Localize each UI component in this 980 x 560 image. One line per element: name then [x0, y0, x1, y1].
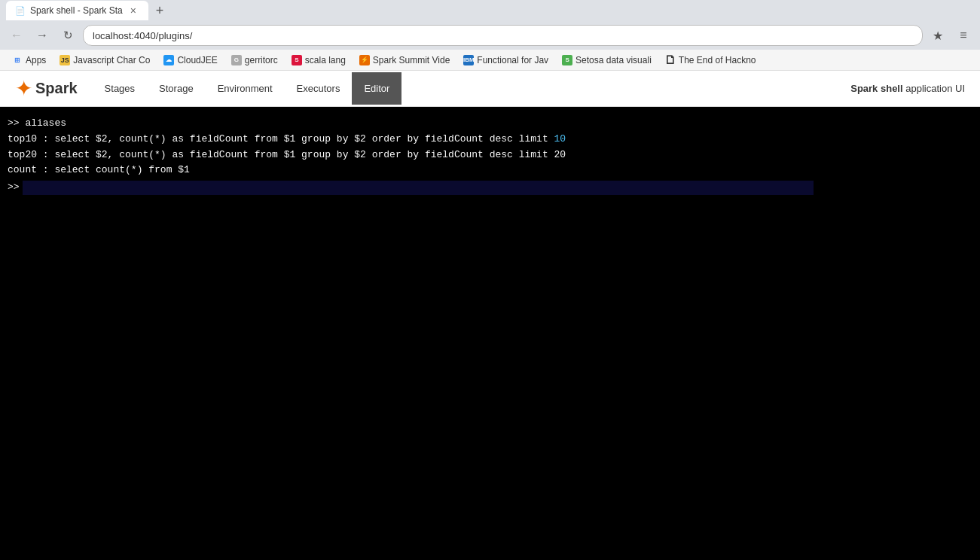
spark-nav: StagesStorageEnvironmentExecutorsEditor — [93, 72, 851, 105]
hackno-label: The End of Hackno — [679, 55, 756, 65]
bookmark-star-button[interactable]: ★ — [927, 25, 948, 46]
bookmark-scala[interactable]: Sscala lang — [285, 53, 352, 68]
scala-label: scala lang — [305, 55, 346, 65]
apps-label: Apps — [26, 55, 46, 65]
hackno-icon: 🗋 — [665, 55, 676, 65]
browser-menu-button[interactable]: ≡ — [953, 25, 974, 46]
terminal-prompt: >> — [8, 180, 20, 196]
spark-header: ✦ Spark StagesStorageEnvironmentExecutor… — [0, 71, 980, 107]
tab-favicon: 📄 — [15, 6, 26, 16]
terminal-line-top20: top20 : select $2, count(*) as fieldCoun… — [8, 148, 972, 163]
gerrit-icon: G — [231, 55, 242, 65]
bookmark-hackno[interactable]: 🗋The End of Hackno — [659, 53, 762, 68]
spark-logo: ✦ Spark — [15, 76, 78, 101]
ibm-label: Functional for Jav — [477, 55, 548, 65]
back-button[interactable]: ← — [6, 25, 27, 46]
terminal-input[interactable] — [23, 181, 814, 195]
spark-summit-label: Spark Summit Vide — [373, 55, 450, 65]
spark-app-title: Spark shell application UI — [850, 83, 965, 94]
setosa-icon: S — [562, 55, 572, 65]
address-input[interactable] — [93, 30, 913, 41]
reload-button[interactable]: ↻ — [57, 25, 78, 46]
terminal: >> aliases top10 : select $2, count(*) a… — [0, 107, 980, 560]
terminal-input-row: >> — [8, 180, 972, 196]
bookmarks-bar: ⊞AppsJSJavascript Char Co☁CloudJEEGgerri… — [0, 50, 980, 71]
spark-summit-icon: ⚡ — [359, 55, 370, 65]
bookmark-setosa[interactable]: SSetosa data visuali — [556, 53, 658, 68]
javascript-label: Javascript Char Co — [73, 55, 150, 65]
spark-app-name: Spark shell — [850, 83, 902, 94]
cloudjee-icon: ☁ — [163, 55, 174, 65]
browser-addressbar: ← → ↻ ★ ≡ — [0, 21, 980, 50]
spark-logo-text: Spark — [35, 80, 78, 97]
ibm-icon: IBM — [463, 55, 474, 65]
gerrit-label: gerritorc — [245, 55, 278, 65]
browser-titlebar: 📄 Spark shell - Spark Sta × + — [0, 0, 980, 21]
spark-app-suffix: application UI — [905, 83, 965, 94]
scala-icon: S — [292, 55, 302, 65]
bookmark-javascript[interactable]: JSJavascript Char Co — [53, 53, 156, 68]
tab-close-button[interactable]: × — [127, 5, 139, 17]
spark-nav-storage[interactable]: Storage — [147, 72, 206, 105]
setosa-label: Setosa data visuali — [575, 55, 652, 65]
bookmark-gerrit[interactable]: Ggerritorc — [225, 53, 284, 68]
address-bar-container — [83, 25, 923, 46]
bookmark-spark-summit[interactable]: ⚡Spark Summit Vide — [353, 53, 456, 68]
bookmark-cloudjee[interactable]: ☁CloudJEE — [157, 53, 223, 68]
bookmark-ibm[interactable]: IBMFunctional for Jav — [457, 53, 554, 68]
cloudjee-label: CloudJEE — [177, 55, 217, 65]
terminal-line-count: count : select count(*) from $1 — [8, 163, 972, 178]
spark-logo-icon: ✦ — [15, 76, 32, 101]
new-tab-button[interactable]: + — [151, 3, 169, 19]
top10-limit: 10 — [554, 133, 566, 145]
bookmark-apps[interactable]: ⊞Apps — [6, 53, 52, 68]
spark-nav-stages[interactable]: Stages — [93, 72, 147, 105]
terminal-line-top10: top10 : select $2, count(*) as fieldCoun… — [8, 132, 972, 148]
forward-button[interactable]: → — [32, 25, 53, 46]
apps-icon: ⊞ — [12, 55, 23, 65]
browser-tab[interactable]: 📄 Spark shell - Spark Sta × — [6, 1, 148, 20]
terminal-line-aliases: >> aliases — [8, 116, 972, 132]
tab-title: Spark shell - Spark Sta — [30, 5, 123, 16]
javascript-icon: JS — [60, 55, 70, 65]
spark-nav-editor[interactable]: Editor — [352, 72, 401, 105]
spark-nav-environment[interactable]: Environment — [206, 72, 285, 105]
spark-nav-executors[interactable]: Executors — [285, 72, 353, 105]
